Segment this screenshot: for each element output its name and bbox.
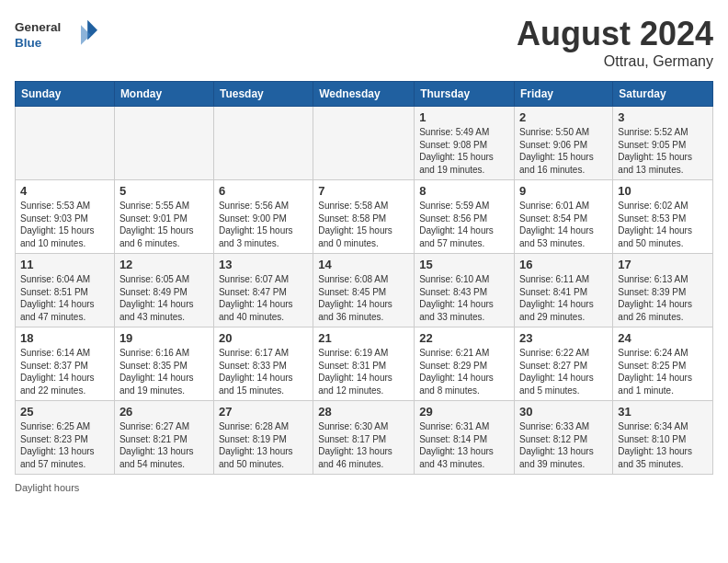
day-number: 24 xyxy=(618,331,708,345)
location-subtitle: Ottrau, Germany xyxy=(517,53,713,70)
day-number: 26 xyxy=(119,405,209,419)
day-info: Sunrise: 5:58 AM Sunset: 8:58 PM Dayligh… xyxy=(318,200,409,249)
table-row: 15Sunrise: 6:10 AM Sunset: 8:43 PM Dayli… xyxy=(415,254,515,327)
header-monday: Monday xyxy=(114,82,213,107)
day-info: Sunrise: 6:21 AM Sunset: 8:29 PM Dayligh… xyxy=(419,347,509,396)
day-info: Sunrise: 6:04 AM Sunset: 8:51 PM Dayligh… xyxy=(20,273,109,323)
day-number: 12 xyxy=(119,258,209,271)
day-info: Sunrise: 6:22 AM Sunset: 8:27 PM Dayligh… xyxy=(519,347,608,396)
day-number: 20 xyxy=(219,331,308,345)
table-row: 24Sunrise: 6:24 AM Sunset: 8:25 PM Dayli… xyxy=(613,327,713,401)
day-info: Sunrise: 6:31 AM Sunset: 8:14 PM Dayligh… xyxy=(419,420,509,470)
table-row: 23Sunrise: 6:22 AM Sunset: 8:27 PM Dayli… xyxy=(515,327,613,401)
table-row: 22Sunrise: 6:21 AM Sunset: 8:29 PM Dayli… xyxy=(415,327,515,401)
calendar-week-row: 18Sunrise: 6:14 AM Sunset: 8:37 PM Dayli… xyxy=(16,327,713,401)
table-row: 9Sunrise: 6:01 AM Sunset: 8:54 PM Daylig… xyxy=(515,180,613,254)
day-number: 23 xyxy=(519,331,608,345)
day-number: 8 xyxy=(419,184,509,198)
table-row: 31Sunrise: 6:34 AM Sunset: 8:10 PM Dayli… xyxy=(613,401,713,475)
table-row xyxy=(213,107,313,180)
day-info: Sunrise: 6:13 AM Sunset: 8:39 PM Dayligh… xyxy=(618,273,708,323)
day-info: Sunrise: 5:53 AM Sunset: 9:03 PM Dayligh… xyxy=(20,200,109,249)
day-info: Sunrise: 6:27 AM Sunset: 8:21 PM Dayligh… xyxy=(119,420,209,470)
table-row: 10Sunrise: 6:02 AM Sunset: 8:53 PM Dayli… xyxy=(613,180,713,254)
table-row: 25Sunrise: 6:25 AM Sunset: 8:23 PM Dayli… xyxy=(16,401,115,475)
calendar-week-row: 25Sunrise: 6:25 AM Sunset: 8:23 PM Dayli… xyxy=(16,401,713,475)
table-row: 4Sunrise: 5:53 AM Sunset: 9:03 PM Daylig… xyxy=(16,180,115,254)
day-number: 3 xyxy=(618,110,708,124)
header-thursday: Thursday xyxy=(415,82,515,107)
day-info: Sunrise: 6:28 AM Sunset: 8:19 PM Dayligh… xyxy=(219,420,308,470)
day-number: 25 xyxy=(20,405,109,419)
table-row: 28Sunrise: 6:30 AM Sunset: 8:17 PM Dayli… xyxy=(313,401,415,475)
day-number: 16 xyxy=(519,258,608,271)
svg-text:General: General xyxy=(15,20,61,34)
table-row: 3Sunrise: 5:52 AM Sunset: 9:05 PM Daylig… xyxy=(613,107,713,180)
logo-icon: General Blue xyxy=(15,15,97,56)
day-number: 4 xyxy=(20,184,109,198)
day-info: Sunrise: 6:30 AM Sunset: 8:17 PM Dayligh… xyxy=(318,420,409,470)
day-info: Sunrise: 6:14 AM Sunset: 8:37 PM Dayligh… xyxy=(20,347,109,396)
day-number: 2 xyxy=(519,110,608,124)
header-friday: Friday xyxy=(515,82,613,107)
table-row: 21Sunrise: 6:19 AM Sunset: 8:31 PM Dayli… xyxy=(313,327,415,401)
day-number: 15 xyxy=(419,258,509,271)
day-number: 21 xyxy=(318,331,409,345)
day-info: Sunrise: 6:24 AM Sunset: 8:25 PM Dayligh… xyxy=(618,347,708,396)
header: General Blue August 2024 Ottrau, Germany xyxy=(15,15,713,70)
header-sunday: Sunday xyxy=(16,82,115,107)
day-info: Sunrise: 6:01 AM Sunset: 8:54 PM Dayligh… xyxy=(519,200,608,249)
day-number: 9 xyxy=(519,184,608,198)
table-row: 7Sunrise: 5:58 AM Sunset: 8:58 PM Daylig… xyxy=(313,180,415,254)
table-row: 27Sunrise: 6:28 AM Sunset: 8:19 PM Dayli… xyxy=(213,401,313,475)
day-info: Sunrise: 5:49 AM Sunset: 9:08 PM Dayligh… xyxy=(419,126,509,176)
day-info: Sunrise: 5:56 AM Sunset: 9:00 PM Dayligh… xyxy=(219,200,308,249)
calendar-week-row: 4Sunrise: 5:53 AM Sunset: 9:03 PM Daylig… xyxy=(16,180,713,254)
day-number: 31 xyxy=(618,405,708,419)
day-info: Sunrise: 6:19 AM Sunset: 8:31 PM Dayligh… xyxy=(318,347,409,396)
day-info: Sunrise: 6:10 AM Sunset: 8:43 PM Dayligh… xyxy=(419,273,509,323)
day-info: Sunrise: 5:50 AM Sunset: 9:06 PM Dayligh… xyxy=(519,126,608,176)
header-wednesday: Wednesday xyxy=(313,82,415,107)
day-number: 11 xyxy=(20,258,109,271)
table-row: 16Sunrise: 6:11 AM Sunset: 8:41 PM Dayli… xyxy=(515,254,613,327)
table-row: 30Sunrise: 6:33 AM Sunset: 8:12 PM Dayli… xyxy=(515,401,613,475)
logo: General Blue xyxy=(15,15,97,60)
table-row: 18Sunrise: 6:14 AM Sunset: 8:37 PM Dayli… xyxy=(16,327,115,401)
table-row xyxy=(16,107,115,180)
day-number: 1 xyxy=(419,110,509,124)
day-info: Sunrise: 5:52 AM Sunset: 9:05 PM Dayligh… xyxy=(618,126,708,176)
day-number: 13 xyxy=(219,258,308,271)
month-year-title: August 2024 xyxy=(517,15,713,53)
calendar-header-row: Sunday Monday Tuesday Wednesday Thursday… xyxy=(16,82,713,107)
table-row: 19Sunrise: 6:16 AM Sunset: 8:35 PM Dayli… xyxy=(114,327,213,401)
table-row: 11Sunrise: 6:04 AM Sunset: 8:51 PM Dayli… xyxy=(16,254,115,327)
title-area: August 2024 Ottrau, Germany xyxy=(517,15,713,70)
table-row: 12Sunrise: 6:05 AM Sunset: 8:49 PM Dayli… xyxy=(114,254,213,327)
day-number: 29 xyxy=(419,405,509,419)
day-number: 6 xyxy=(219,184,308,198)
svg-marker-2 xyxy=(87,20,97,40)
calendar-table: Sunday Monday Tuesday Wednesday Thursday… xyxy=(15,81,713,475)
day-number: 30 xyxy=(519,405,608,419)
table-row: 5Sunrise: 5:55 AM Sunset: 9:01 PM Daylig… xyxy=(114,180,213,254)
table-row: 14Sunrise: 6:08 AM Sunset: 8:45 PM Dayli… xyxy=(313,254,415,327)
table-row: 26Sunrise: 6:27 AM Sunset: 8:21 PM Dayli… xyxy=(114,401,213,475)
day-info: Sunrise: 6:08 AM Sunset: 8:45 PM Dayligh… xyxy=(318,273,409,323)
day-number: 14 xyxy=(318,258,409,271)
day-info: Sunrise: 6:25 AM Sunset: 8:23 PM Dayligh… xyxy=(20,420,109,470)
day-number: 17 xyxy=(618,258,708,271)
table-row xyxy=(313,107,415,180)
day-number: 18 xyxy=(20,331,109,345)
day-info: Sunrise: 6:17 AM Sunset: 8:33 PM Dayligh… xyxy=(219,347,308,396)
day-info: Sunrise: 5:55 AM Sunset: 9:01 PM Dayligh… xyxy=(119,200,209,249)
table-row: 29Sunrise: 6:31 AM Sunset: 8:14 PM Dayli… xyxy=(415,401,515,475)
footer-note: Daylight hours xyxy=(15,482,713,493)
day-info: Sunrise: 6:16 AM Sunset: 8:35 PM Dayligh… xyxy=(119,347,209,396)
day-number: 19 xyxy=(119,331,209,345)
day-number: 28 xyxy=(318,405,409,419)
day-info: Sunrise: 6:34 AM Sunset: 8:10 PM Dayligh… xyxy=(618,420,708,470)
day-info: Sunrise: 5:59 AM Sunset: 8:56 PM Dayligh… xyxy=(419,200,509,249)
day-info: Sunrise: 6:05 AM Sunset: 8:49 PM Dayligh… xyxy=(119,273,209,323)
calendar-week-row: 1Sunrise: 5:49 AM Sunset: 9:08 PM Daylig… xyxy=(16,107,713,180)
